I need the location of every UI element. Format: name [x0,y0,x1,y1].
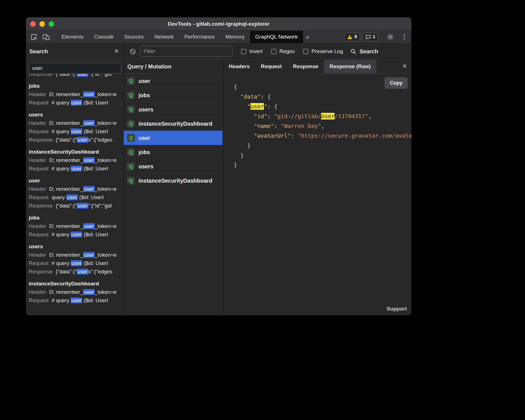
text-segment: D; remember_ [49,289,83,295]
window-titlebar: DevTools - gitlab.com/-/graphql-explorer [26,17,411,31]
search-result-line: Request# query user ($id: UserI [29,296,124,305]
query-name: user [139,78,150,84]
json-token: } [234,162,237,168]
close-window-button[interactable] [30,21,36,27]
search-match-highlight: user [71,100,82,106]
search-result-group[interactable]: instanceSecurityDashboardHeaderD; rememb… [29,280,124,305]
search-match-highlight: User [321,113,335,120]
query-list-item[interactable]: Quser [124,131,223,145]
query-name: users [139,163,153,170]
search-result-title: users [29,242,124,251]
devtools-tab-sources[interactable]: Sources [119,31,149,43]
search-toggle-button[interactable]: Search [350,48,378,55]
preserve-log-checkbox-label[interactable]: Preserve Log [303,48,343,54]
chat-bubble-icon [366,35,371,39]
devtools-tab-elements[interactable]: Elements [56,31,89,43]
clear-log-icon[interactable] [129,47,137,55]
indent [234,103,247,110]
search-result-line: Request# query user ($id: UserI [29,259,124,268]
copy-button[interactable]: Copy [385,77,408,89]
json-token: : { [267,103,277,110]
query-type-badge: Q [127,77,135,85]
query-list-item[interactable]: Qusers [124,159,223,173]
query-type-badge: Q [127,120,135,128]
devtools-tab-graphql-network[interactable]: GraphQL Network [250,31,303,43]
query-list-item[interactable]: Quser [124,74,223,88]
search-result-field-label: Response [29,203,53,209]
text-segment: D; remember_ [49,223,83,229]
query-type-badge: Q [127,148,135,156]
query-list-item[interactable]: QinstanceSecurityDashboard [124,173,223,188]
search-result-line: Request# query user ($id: UserI [29,99,124,107]
devtools-tab-performance[interactable]: Performance [179,31,220,43]
query-list-item[interactable]: Qjobs [124,145,223,159]
search-result-group[interactable]: jobsHeaderD; remember_user_token=eReques… [29,82,124,107]
invert-checkbox-label[interactable]: Invert [241,48,263,54]
search-input[interactable] [28,63,121,73]
response-tab-response-raw[interactable]: Response (Raw) [324,59,376,73]
inspect-element-icon[interactable] [30,33,38,41]
search-close-icon[interactable]: × [114,43,119,59]
devtools-tab-network[interactable]: Network [149,31,179,43]
preserve-log-checkbox[interactable] [303,49,308,54]
more-panels-button[interactable]: » [306,34,309,40]
search-results-list: Response{"data":{"user":{"id":"gidjobsHe… [26,74,124,315]
search-result-field-label: Request [29,128,49,134]
search-result-line: Requestquery user ($id: UserI [29,193,124,202]
search-match-highlight: user [250,103,264,110]
text-segment: D; remember_ [49,186,83,192]
console-messages-badge[interactable]: 1 [363,33,378,41]
json-line: } [234,141,411,151]
search-result-group[interactable]: usersHeaderD; remember_user_token=eReque… [29,242,124,276]
issues-warning-badge[interactable]: 9 [344,33,360,41]
panel-close-icon[interactable]: × [402,59,407,73]
text-segment: _token=e [95,120,117,126]
text-segment: # query [52,128,71,134]
search-result-line: Request# query user ($id: UserI [29,230,124,239]
devtools-tab-console[interactable]: Console [89,31,119,43]
text-segment: # query [52,260,71,266]
devtools-tab-memory[interactable]: Memory [220,31,250,43]
search-result-group[interactable]: userHeaderD; remember_user_token=eReques… [29,176,124,210]
filter-input[interactable] [140,46,233,57]
regex-checkbox[interactable] [271,49,276,54]
search-result-group[interactable]: Response{"data":{"user":{"id":"gid [29,74,124,78]
query-panel: Query / Mutation QuserQjobsQusersQinstan… [124,59,223,315]
search-result-line: HeaderD; remember_user_token=e [29,251,124,259]
invert-checkbox[interactable] [241,49,246,54]
regex-checkbox-label[interactable]: Regex [271,48,295,54]
search-match-highlight: user [83,120,95,126]
text-segment: D; remember_ [49,91,83,97]
query-list: QuserQjobsQusersQinstanceSecurityDashboa… [124,74,223,188]
settings-gear-icon[interactable] [386,33,394,41]
query-type-badge: Q [127,134,135,142]
json-token: { [234,83,237,90]
json-token: /13704317" [335,113,368,120]
text-segment: _token=e [95,289,117,295]
search-result-group[interactable]: usersHeaderD; remember_user_token=eReque… [29,111,124,144]
kebab-menu-icon[interactable] [402,34,407,40]
json-line: "data": { [234,92,411,102]
search-icon [350,48,357,55]
search-match-highlight: user [83,223,95,229]
response-tab-headers[interactable]: Headers [223,59,255,73]
query-list-item[interactable]: Qusers [124,102,223,116]
zoom-window-button[interactable] [49,21,54,27]
minimize-window-button[interactable] [39,21,45,27]
device-toolbar-icon[interactable] [42,33,50,41]
search-result-line: HeaderD; remember_user_token=e [29,156,124,164]
response-tab-request[interactable]: Request [255,59,287,73]
search-result-group[interactable]: instanceSecurityDashboardHeaderD; rememb… [29,148,124,173]
warning-triangle-icon [347,35,352,39]
query-list-item[interactable]: QinstanceSecurityDashboard [124,116,223,131]
text-segment: D; remember_ [49,252,83,258]
query-list-item[interactable]: Qjobs [124,88,223,102]
search-panel-title: Search [29,43,48,59]
preserve-log-label-text: Preserve Log [311,48,343,54]
response-tab-response[interactable]: Response [287,59,324,73]
support-link[interactable]: Support [386,306,407,312]
search-result-group[interactable]: jobsHeaderD; remember_user_token=eReques… [29,214,124,239]
text-segment: D; remember_ [49,120,83,126]
search-result-line: HeaderD; remember_user_token=e [29,288,124,296]
search-match-highlight: user [71,260,82,266]
